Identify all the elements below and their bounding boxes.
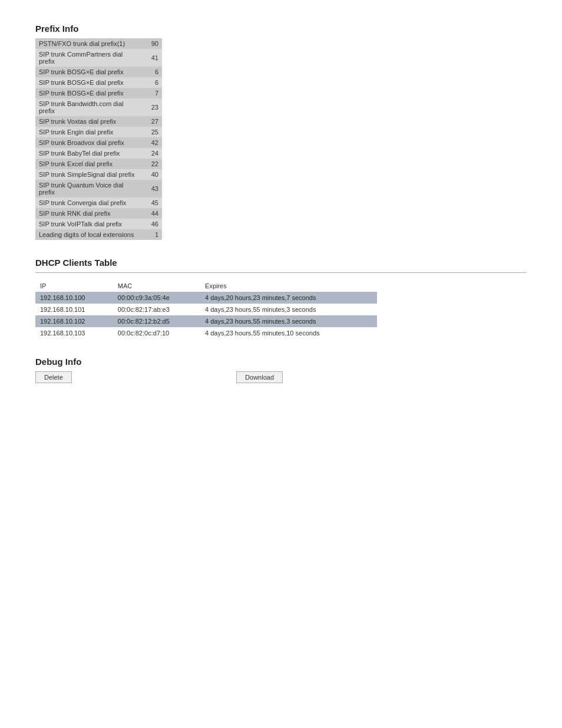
dhcp-ip: 192.168.10.103	[35, 327, 113, 339]
prefix-label: SIP trunk RNK dial prefix	[35, 208, 141, 219]
prefix-label: SIP trunk Quantum Voice dial prefix	[35, 180, 141, 197]
dhcp-expires: 4 days,23 hours,55 minutes,10 seconds	[200, 327, 377, 339]
prefix-row: SIP trunk BOSG×E dial prefix7	[35, 88, 162, 98]
dhcp-table: IPMACExpires 192.168.10.10000:00:c9:3a:0…	[35, 280, 377, 339]
dhcp-row: 192.168.10.10000:00:c9:3a:05:4e4 days,20…	[35, 292, 377, 304]
prefix-value: 1	[141, 229, 162, 240]
prefix-value: 6	[141, 67, 162, 77]
prefix-row: SIP trunk BOSG×E dial prefix6	[35, 67, 162, 77]
dhcp-header-row: IPMACExpires	[35, 280, 377, 292]
prefix-label: SIP trunk Bandwidth.com dial prefix	[35, 98, 141, 116]
prefix-info-title: Prefix Info	[35, 24, 527, 34]
prefix-value: 41	[141, 49, 162, 67]
dhcp-column-header: Expires	[200, 280, 377, 292]
dhcp-ip: 192.168.10.100	[35, 292, 113, 304]
dhcp-section: DHCP Clients Table IPMACExpires 192.168.…	[35, 258, 527, 339]
prefix-label: Leading digits of local extensions	[35, 229, 141, 240]
prefix-row: SIP trunk CommPartners dial prefix41	[35, 49, 162, 67]
prefix-row: PSTN/FXO trunk dial prefix(1)90	[35, 38, 162, 49]
prefix-value: 24	[141, 148, 162, 159]
dhcp-row: 192.168.10.10200:0c:82:12:b2:d54 days,23…	[35, 315, 377, 327]
dhcp-title: DHCP Clients Table	[35, 258, 527, 268]
prefix-label: SIP trunk Convergia dial prefix	[35, 197, 141, 208]
dhcp-ip: 192.168.10.102	[35, 315, 113, 327]
dhcp-row: 192.168.10.10100:0c:82:17:ab:e34 days,23…	[35, 304, 377, 315]
dhcp-column-header: MAC	[113, 280, 200, 292]
prefix-value: 90	[141, 38, 162, 49]
debug-buttons: Delete Download	[35, 371, 283, 383]
prefix-value: 45	[141, 197, 162, 208]
prefix-value: 7	[141, 88, 162, 98]
dhcp-ip: 192.168.10.101	[35, 304, 113, 315]
delete-button[interactable]: Delete	[35, 371, 72, 383]
prefix-row: SIP trunk Engin dial prefix25	[35, 127, 162, 137]
prefix-row: SIP trunk Voxtas dial prefix27	[35, 116, 162, 127]
prefix-row: Leading digits of local extensions1	[35, 229, 162, 240]
prefix-value: 27	[141, 116, 162, 127]
dhcp-mac: 00:0c:82:17:ab:e3	[113, 304, 200, 315]
prefix-value: 44	[141, 208, 162, 219]
dhcp-mac: 00:0c:82:0c:d7:10	[113, 327, 200, 339]
prefix-row: SIP trunk Quantum Voice dial prefix43	[35, 180, 162, 197]
dhcp-row: 192.168.10.10300:0c:82:0c:d7:104 days,23…	[35, 327, 377, 339]
prefix-value: 22	[141, 159, 162, 169]
dhcp-expires: 4 days,23 hours,55 minutes,3 seconds	[200, 315, 377, 327]
download-button[interactable]: Download	[236, 371, 283, 383]
prefix-row: SIP trunk BOSG×E dial prefix6	[35, 77, 162, 88]
prefix-value: 40	[141, 169, 162, 180]
prefix-label: PSTN/FXO trunk dial prefix(1)	[35, 38, 141, 49]
prefix-row: SIP trunk Bandwidth.com dial prefix23	[35, 98, 162, 116]
prefix-value: 42	[141, 137, 162, 148]
prefix-row: SIP trunk Excel dial prefix22	[35, 159, 162, 169]
prefix-value: 43	[141, 180, 162, 197]
prefix-value: 6	[141, 77, 162, 88]
prefix-label: SIP trunk VoIPTalk dial prefix	[35, 219, 141, 229]
prefix-label: SIP trunk SimpleSignal dial prefix	[35, 169, 141, 180]
prefix-row: SIP trunk VoIPTalk dial prefix46	[35, 219, 162, 229]
dhcp-mac: 00:00:c9:3a:05:4e	[113, 292, 200, 304]
prefix-label: SIP trunk BOSG×E dial prefix	[35, 77, 141, 88]
prefix-row: SIP trunk Convergia dial prefix45	[35, 197, 162, 208]
prefix-label: SIP trunk CommPartners dial prefix	[35, 49, 141, 67]
prefix-table: PSTN/FXO trunk dial prefix(1)90SIP trunk…	[35, 38, 162, 240]
prefix-row: SIP trunk BabyTel dial prefix24	[35, 148, 162, 159]
prefix-row: SIP trunk Broadvox dial prefix42	[35, 137, 162, 148]
dhcp-expires: 4 days,23 hours,55 minutes,3 seconds	[200, 304, 377, 315]
prefix-row: SIP trunk SimpleSignal dial prefix40	[35, 169, 162, 180]
prefix-value: 23	[141, 98, 162, 116]
dhcp-expires: 4 days,20 hours,23 minutes,7 seconds	[200, 292, 377, 304]
dhcp-column-header: IP	[35, 280, 113, 292]
debug-info-title: Debug Info	[35, 357, 527, 367]
prefix-row: SIP trunk RNK dial prefix44	[35, 208, 162, 219]
prefix-label: SIP trunk Broadvox dial prefix	[35, 137, 141, 148]
prefix-label: SIP trunk Excel dial prefix	[35, 159, 141, 169]
debug-section: Debug Info Delete Download	[35, 357, 527, 383]
prefix-label: SIP trunk BOSG×E dial prefix	[35, 67, 141, 77]
dhcp-mac: 00:0c:82:12:b2:d5	[113, 315, 200, 327]
prefix-label: SIP trunk Voxtas dial prefix	[35, 116, 141, 127]
prefix-label: SIP trunk BabyTel dial prefix	[35, 148, 141, 159]
prefix-label: SIP trunk Engin dial prefix	[35, 127, 141, 137]
prefix-value: 25	[141, 127, 162, 137]
prefix-label: SIP trunk BOSG×E dial prefix	[35, 88, 141, 98]
dhcp-divider	[35, 272, 527, 273]
prefix-value: 46	[141, 219, 162, 229]
